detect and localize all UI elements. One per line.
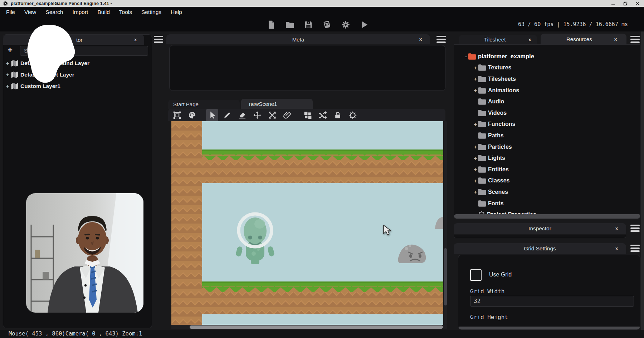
- close-meta-button[interactable]: x: [419, 36, 422, 42]
- white-blob-overlay: [23, 23, 87, 89]
- tree-node-label: Fonts: [488, 200, 504, 207]
- expand-node-button[interactable]: +: [472, 76, 477, 82]
- folder-icon: [478, 166, 487, 173]
- inspector-panel-header[interactable]: Inspector x: [454, 223, 626, 234]
- tree-row-project-root[interactable]: -platformer_example: [454, 51, 640, 62]
- expand-node-button[interactable]: +: [472, 166, 477, 172]
- tree-row[interactable]: Paths: [454, 130, 640, 141]
- expand-layer-button[interactable]: +: [6, 72, 11, 78]
- menu-tools[interactable]: Tools: [114, 8, 137, 17]
- settings-gear-icon: [341, 20, 350, 29]
- tab-tilesheet[interactable]: Tilesheet x: [459, 35, 537, 44]
- scene-vertical-scrollbar[interactable]: [444, 121, 447, 325]
- close-tilesheet-button[interactable]: x: [528, 37, 531, 42]
- grid-settings-title: Grid Settings: [454, 245, 626, 252]
- expand-node-button[interactable]: +: [472, 87, 477, 93]
- tree-row[interactable]: Audio: [454, 96, 640, 107]
- expand-node-button[interactable]: +: [472, 155, 477, 161]
- expand-node-button[interactable]: +: [472, 144, 477, 150]
- minimize-button[interactable]: [610, 1, 616, 6]
- menu-file[interactable]: File: [1, 8, 20, 17]
- maximize-restore-button[interactable]: [623, 1, 628, 6]
- layer-panel-menu-hamburger-icon[interactable]: [154, 36, 163, 43]
- meta-panel-tab[interactable]: Meta x: [166, 34, 430, 44]
- transform-frame-tool-button[interactable]: [171, 109, 183, 121]
- expand-node-button[interactable]: +: [472, 189, 477, 195]
- person-figure: [26, 193, 143, 313]
- tree-row[interactable]: +Textures: [454, 62, 640, 74]
- palette-tool-button[interactable]: [186, 109, 198, 121]
- close-resources-button[interactable]: x: [614, 36, 617, 42]
- folder-icon: [478, 87, 487, 94]
- tab-resources[interactable]: Resources x: [541, 34, 626, 44]
- resource-tree-scrollbar[interactable]: [454, 214, 640, 219]
- open-folder-icon: [285, 20, 295, 30]
- tree-row[interactable]: Videos: [454, 107, 640, 119]
- run-play-button[interactable]: [358, 18, 371, 31]
- rotate-gear-tool-button[interactable]: [347, 109, 359, 121]
- tile-blocks-tool-button[interactable]: [302, 109, 314, 121]
- save-button[interactable]: [302, 18, 315, 31]
- tree-row[interactable]: +Animations: [454, 85, 640, 96]
- webcam-overlay: [26, 193, 143, 313]
- open-folder-button[interactable]: [283, 18, 296, 31]
- meta-panel-menu-hamburger-icon[interactable]: [436, 36, 446, 43]
- scene-canvas[interactable]: [171, 121, 443, 325]
- tree-row[interactable]: +Classes: [454, 175, 640, 187]
- tree-row[interactable]: +Scenes: [454, 186, 640, 198]
- expand-node-button[interactable]: +: [472, 178, 477, 184]
- pencil-tool-button[interactable]: [221, 109, 233, 121]
- menu-build[interactable]: Build: [93, 8, 114, 17]
- menu-search[interactable]: Search: [41, 8, 68, 17]
- expand-node-button[interactable]: +: [472, 65, 477, 71]
- menu-import[interactable]: Import: [68, 8, 93, 17]
- select-cursor-tool-button[interactable]: [206, 109, 218, 121]
- lock-tool-button[interactable]: [332, 109, 344, 121]
- inspector-menu-hamburger-icon[interactable]: [630, 225, 640, 232]
- eraser-icon: [238, 111, 247, 119]
- expand-node-button[interactable]: +: [472, 121, 477, 127]
- close-grid-settings-button[interactable]: x: [615, 246, 618, 251]
- attach-paperclip-tool-button[interactable]: [281, 109, 293, 121]
- new-file-button[interactable]: [265, 18, 278, 31]
- move-tool-button[interactable]: [251, 109, 263, 121]
- eraser-tool-button[interactable]: [236, 109, 248, 121]
- tree-node-label: Functions: [488, 121, 515, 127]
- tree-row[interactable]: +Lights: [454, 152, 640, 164]
- tab-start-page[interactable]: Start Page: [168, 100, 240, 109]
- new-file-icon: [267, 20, 276, 29]
- add-layer-button[interactable]: +: [5, 45, 15, 55]
- settings-gear-button[interactable]: [339, 18, 352, 31]
- tree-row[interactable]: +Particles: [454, 141, 640, 153]
- scale-tool-button[interactable]: [266, 109, 278, 121]
- menu-settings[interactable]: Settings: [137, 8, 166, 17]
- menu-view[interactable]: View: [20, 8, 41, 17]
- main-toolbar: [265, 18, 371, 31]
- grid-height-label: Grid Height: [470, 314, 508, 320]
- tree-row[interactable]: +Tilesheets: [454, 73, 640, 85]
- documentation-book-button[interactable]: [321, 18, 333, 31]
- grid-width-input[interactable]: 32: [470, 296, 634, 307]
- tree-row[interactable]: +Functions: [454, 119, 640, 130]
- scene-horizontal-scrollbar[interactable]: [171, 325, 447, 329]
- resources-panel-menu-hamburger-icon[interactable]: [630, 36, 640, 43]
- use-grid-checkbox[interactable]: [470, 269, 482, 281]
- window-right-scroll-strip[interactable]: [641, 31, 644, 330]
- close-inspector-button[interactable]: x: [615, 226, 618, 231]
- expand-layer-button[interactable]: +: [6, 83, 11, 89]
- tab-new-scene1[interactable]: newScene1: [241, 99, 313, 109]
- menu-help[interactable]: Help: [166, 8, 187, 17]
- tree-row[interactable]: +Entities: [454, 164, 640, 175]
- tree-row[interactable]: Fonts: [454, 198, 640, 209]
- close-window-button[interactable]: [635, 1, 640, 6]
- grid-settings-menu-hamburger-icon[interactable]: [630, 245, 640, 252]
- grid-settings-header[interactable]: Grid Settings x: [454, 243, 626, 254]
- grid-settings-scrollbar[interactable]: [458, 327, 640, 330]
- collapse-project-button[interactable]: -: [462, 53, 467, 59]
- close-panel-button[interactable]: x: [134, 37, 137, 42]
- run-play-icon: [360, 20, 369, 29]
- tree-node-label: Scenes: [488, 189, 508, 195]
- expand-layer-button[interactable]: +: [6, 60, 11, 66]
- shuffle-tool-button[interactable]: [317, 109, 329, 121]
- meta-text-area[interactable]: [169, 45, 445, 91]
